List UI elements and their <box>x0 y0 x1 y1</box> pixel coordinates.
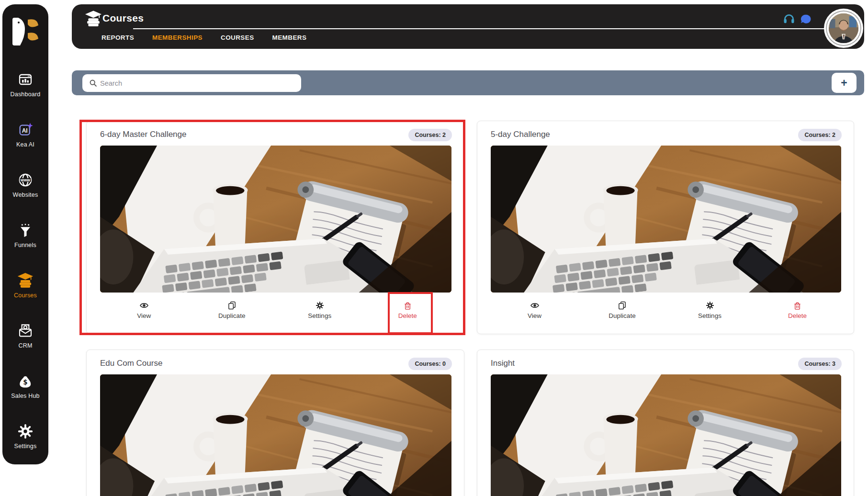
page-header: Courses REPORTS MEMBERSHIPS COURSES MEMB… <box>72 4 864 49</box>
sidebar-item-label: Kea AI <box>16 141 34 148</box>
tab-reports[interactable]: REPORTS <box>101 34 134 41</box>
sidebar: Dashboard AI Kea AI www Websites <box>2 4 48 464</box>
gear-icon <box>17 423 34 440</box>
sidebar-item-label: Sales Hub <box>11 393 39 399</box>
courses-count-badge: Courses: 3 <box>798 358 842 370</box>
view-button[interactable]: View <box>491 296 578 331</box>
sidebar-item-websites[interactable]: www Websites <box>2 159 48 210</box>
courses-header-icon <box>84 11 102 29</box>
membership-card: Edu Com Course Courses: 0 <box>86 349 464 496</box>
tab-memberships[interactable]: MEMBERSHIPS <box>152 34 203 41</box>
trash-icon <box>364 300 452 311</box>
course-thumbnail <box>100 146 451 293</box>
money-bag-icon: $ <box>17 372 34 390</box>
delete-button[interactable]: Delete <box>364 296 452 331</box>
card-actions: View Duplicate Settings Delete <box>100 296 451 331</box>
tab-members[interactable]: MEMBERS <box>272 34 307 41</box>
membership-card: 5-day Challenge Courses: 2 View Duplicat… <box>477 121 854 334</box>
search-input[interactable] <box>100 79 296 87</box>
course-thumbnail <box>491 374 841 496</box>
sidebar-item-crm[interactable]: CRM <box>2 310 48 361</box>
copy-icon <box>578 300 666 311</box>
support-headset-icon[interactable] <box>782 12 796 25</box>
tab-courses[interactable]: COURSES <box>221 34 254 41</box>
card-title: Edu Com Course <box>100 359 162 368</box>
courses-count-badge: Courses: 0 <box>408 358 452 370</box>
membership-card: 6-day Master Challenge Courses: 2 View D… <box>86 121 464 334</box>
funnel-icon <box>17 222 34 239</box>
sidebar-item-label: Websites <box>13 192 38 198</box>
header-divider <box>133 28 827 29</box>
user-avatar[interactable] <box>829 13 858 43</box>
search-box <box>82 74 301 92</box>
eye-icon <box>491 300 578 311</box>
page-title: Courses <box>102 12 144 24</box>
sidebar-item-kea-ai[interactable]: AI Kea AI <box>2 109 48 159</box>
view-button[interactable]: View <box>100 296 188 331</box>
envelope-gear-icon <box>17 322 34 339</box>
globe-www-icon: www <box>17 171 34 189</box>
gear-icon <box>276 300 364 311</box>
ai-sparkle-icon: AI <box>17 121 34 138</box>
header-tabs: REPORTS MEMBERSHIPS COURSES MEMBERS <box>101 34 306 41</box>
trash-icon <box>754 300 841 311</box>
sidebar-item-label: Courses <box>14 292 37 299</box>
card-title: 6-day Master Challenge <box>100 130 186 139</box>
add-membership-button[interactable]: + <box>832 73 857 93</box>
sidebar-item-label: Funnels <box>14 242 36 248</box>
card-actions: View Duplicate Settings Delete <box>491 296 841 331</box>
sidebar-item-sales-hub[interactable]: $ Sales Hub <box>2 361 48 411</box>
duplicate-button[interactable]: Duplicate <box>188 296 276 331</box>
sidebar-item-label: CRM <box>18 342 32 349</box>
course-thumbnail <box>100 374 451 496</box>
eye-icon <box>100 300 188 311</box>
course-thumbnail <box>491 146 841 293</box>
courses-count-badge: Courses: 2 <box>408 129 452 141</box>
settings-button[interactable]: Settings <box>666 296 754 331</box>
card-title: Insight <box>491 359 515 368</box>
courses-icon <box>17 272 34 289</box>
courses-count-badge: Courses: 2 <box>798 129 842 141</box>
membership-card: Insight Courses: 3 <box>477 349 854 496</box>
settings-button[interactable]: Settings <box>276 296 364 331</box>
svg-text:$: $ <box>23 379 27 386</box>
dashboard-icon <box>17 71 34 88</box>
search-icon <box>89 79 97 87</box>
duplicate-button[interactable]: Duplicate <box>578 296 666 331</box>
gear-icon <box>666 300 754 311</box>
delete-button[interactable]: Delete <box>754 296 841 331</box>
toolbar: + <box>72 70 864 95</box>
sidebar-item-courses[interactable]: Courses <box>2 260 48 310</box>
kea-logo[interactable] <box>11 17 39 46</box>
sidebar-item-funnels[interactable]: Funnels <box>2 210 48 260</box>
sidebar-item-settings[interactable]: Settings <box>2 411 48 461</box>
sidebar-item-label: Settings <box>14 443 37 450</box>
sidebar-item-label: Dashboard <box>11 91 41 98</box>
svg-text:AI: AI <box>22 127 28 134</box>
chat-bubble-icon[interactable] <box>800 13 812 25</box>
svg-text:www: www <box>20 177 30 182</box>
copy-icon <box>188 300 276 311</box>
sidebar-item-dashboard[interactable]: Dashboard <box>2 59 48 109</box>
card-title: 5-day Challenge <box>491 130 550 139</box>
